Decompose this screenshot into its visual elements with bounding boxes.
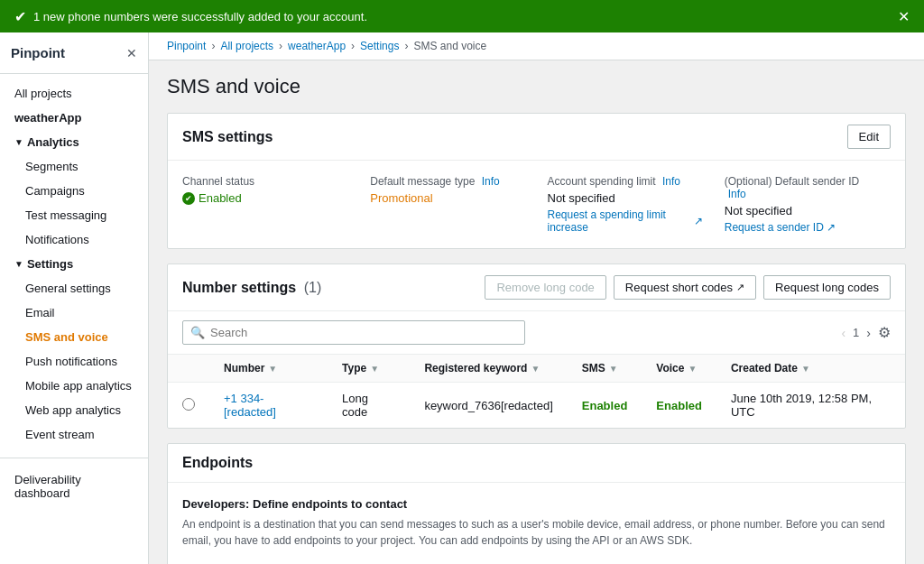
settings-group: General settings Email SMS and voice Pus… — [0, 276, 148, 447]
pagination-next-button[interactable]: › — [866, 326, 871, 340]
keyword-sort-icon[interactable]: ▼ — [531, 364, 540, 374]
sms-settings-body: Channel status ✔ Enabled Default message… — [168, 161, 905, 248]
analytics-arrow-icon: ▼ — [14, 137, 23, 147]
number-link[interactable]: +1 334-[redacted] — [224, 392, 276, 419]
account-spending-info-link[interactable]: Info — [662, 175, 680, 188]
default-msg-value: Promotional — [370, 191, 525, 205]
sidebar-item-notifications[interactable]: Notifications — [0, 227, 148, 252]
sidebar-close-button[interactable]: ✕ — [126, 46, 137, 60]
sender-id-info-link[interactable]: Info — [728, 188, 746, 200]
banner-close-icon[interactable]: ✕ — [898, 8, 910, 25]
row-keyword: keyword_7636[redacted] — [410, 383, 567, 429]
number-sort-icon[interactable]: ▼ — [268, 364, 277, 374]
endpoints-header: Endpoints — [168, 444, 905, 483]
sms-settings-grid: Channel status ✔ Enabled Default message… — [182, 175, 891, 234]
date-sort-icon[interactable]: ▼ — [801, 364, 810, 374]
sidebar-item-sms-voice[interactable]: SMS and voice — [0, 325, 148, 349]
sender-id-value: Not specified — [725, 204, 880, 217]
sidebar-section-settings[interactable]: ▼ Settings — [0, 252, 148, 276]
analytics-group: Segments Campaigns Test messaging Notifi… — [0, 154, 148, 252]
settings-arrow-icon: ▼ — [14, 259, 23, 269]
search-container: 🔍 ‹ 1 › ⚙ — [168, 311, 905, 355]
default-msg-info-link[interactable]: Info — [482, 175, 500, 188]
endpoints-body: Developers: Define endpoints to contact … — [168, 483, 905, 564]
row-radio-input[interactable] — [182, 398, 195, 411]
sidebar-item-deliverability[interactable]: Deliverability dashboard — [14, 467, 134, 505]
sidebar: Pinpoint ✕ All projects weatherApp ▼ Ana… — [0, 32, 149, 564]
sender-external-link-icon: ↗ — [827, 221, 836, 234]
number-settings-buttons: Remove long code Request short codes ↗ R… — [485, 275, 891, 300]
search-input-wrapper: 🔍 — [182, 320, 525, 345]
th-created-date: Created Date ▼ — [716, 355, 905, 383]
external-link-icon: ↗ — [694, 215, 703, 227]
row-voice: Enabled — [642, 383, 716, 429]
sidebar-item-all-projects[interactable]: All projects — [0, 81, 148, 106]
sms-sort-icon[interactable]: ▼ — [609, 364, 618, 374]
breadcrumb-all-projects[interactable]: All projects — [220, 40, 273, 52]
analytics-label: Analytics — [27, 135, 79, 149]
all-projects-label: All projects — [14, 87, 72, 100]
sidebar-item-campaigns[interactable]: Campaigns — [0, 179, 148, 203]
row-radio-cell — [168, 383, 209, 429]
edit-button[interactable]: Edit — [847, 125, 891, 149]
sidebar-item-email[interactable]: Email — [0, 300, 148, 325]
sidebar-item-weather-app[interactable]: weatherApp — [0, 106, 148, 130]
enabled-check-icon: ✔ — [182, 192, 195, 205]
channel-status-col: Channel status ✔ Enabled — [182, 175, 359, 234]
sidebar-item-general-settings[interactable]: General settings — [0, 276, 148, 300]
sidebar-item-segments[interactable]: Segments — [0, 154, 148, 179]
sms-settings-card: SMS settings Edit Channel status ✔ Enabl… — [167, 113, 906, 249]
account-spending-col: Account spending limit Info Not specifie… — [537, 175, 714, 234]
pagination-current: 1 — [853, 326, 859, 339]
sender-id-label: (Optional) Default sender ID Info — [725, 175, 880, 200]
sidebar-title: Pinpoint — [11, 45, 65, 60]
sidebar-header: Pinpoint ✕ — [0, 32, 148, 74]
sidebar-section-analytics[interactable]: ▼ Analytics — [0, 130, 148, 154]
pagination-prev-button[interactable]: ‹ — [841, 326, 845, 340]
row-type: Long code — [328, 383, 410, 429]
sidebar-item-mobile-app-analytics[interactable]: Mobile app analytics — [0, 374, 148, 398]
type-sort-icon[interactable]: ▼ — [370, 364, 379, 374]
sidebar-nav: All projects weatherApp ▼ Analytics Segm… — [0, 74, 148, 454]
breadcrumb-settings[interactable]: Settings — [360, 40, 399, 52]
channel-status-label: Channel status — [182, 175, 348, 188]
th-sms: SMS ▼ — [568, 355, 642, 383]
default-msg-label: Default message type Info — [370, 175, 525, 188]
request-spending-link[interactable]: Request a spending limit increase ↗ — [548, 208, 703, 234]
th-number: Number ▼ — [209, 355, 328, 383]
search-input[interactable] — [210, 326, 517, 339]
request-long-codes-button[interactable]: Request long codes — [763, 275, 891, 300]
pagination-settings-icon[interactable]: ⚙ — [878, 324, 891, 341]
sender-id-col: (Optional) Default sender ID Info Not sp… — [714, 175, 891, 234]
collapsible-sdk[interactable]: ▶ Use AWS Pinpoint SDK — [182, 559, 891, 564]
sidebar-item-event-stream[interactable]: Event stream — [0, 422, 148, 447]
sms-settings-title: SMS settings — [182, 129, 273, 145]
sidebar-item-web-app-analytics[interactable]: Web app analytics — [0, 398, 148, 422]
remove-long-code-button[interactable]: Remove long code — [485, 275, 605, 300]
row-sms: Enabled — [568, 383, 642, 429]
breadcrumb-weather-app[interactable]: weatherApp — [288, 40, 346, 52]
default-msg-col: Default message type Info Promotional — [359, 175, 536, 234]
breadcrumb: Pinpoint › All projects › weatherApp › S… — [149, 32, 924, 60]
th-radio — [168, 355, 209, 383]
request-sender-link[interactable]: Request a sender ID ↗ — [725, 221, 836, 234]
sms-settings-header: SMS settings Edit — [168, 114, 905, 161]
content-area: Pinpoint › All projects › weatherApp › S… — [149, 32, 924, 564]
th-type: Type ▼ — [328, 355, 410, 383]
number-settings-table: Number ▼ Type ▼ — [168, 355, 905, 428]
breadcrumb-pinpoint[interactable]: Pinpoint — [167, 40, 206, 52]
sidebar-item-test-messaging[interactable]: Test messaging — [0, 203, 148, 227]
endpoints-title: Endpoints — [182, 455, 253, 471]
account-spending-label: Account spending limit Info — [548, 175, 703, 188]
number-settings-header: Number settings (1) Remove long code Req… — [168, 264, 905, 311]
row-number: +1 334-[redacted] — [209, 383, 328, 429]
table-row: +1 334-[redacted] Long code keyword_7636… — [168, 383, 905, 429]
request-short-codes-button[interactable]: Request short codes ↗ — [614, 275, 756, 300]
weather-app-label: weatherApp — [14, 111, 81, 125]
success-banner: ✔ 1 new phone numbers were successfully … — [0, 0, 924, 32]
sidebar-item-push-notifications[interactable]: Push notifications — [0, 349, 148, 374]
th-keyword: Registered keyword ▼ — [410, 355, 567, 383]
voice-sort-icon[interactable]: ▼ — [688, 364, 697, 374]
search-icon: 🔍 — [190, 326, 205, 339]
page-title: SMS and voice — [167, 75, 906, 98]
